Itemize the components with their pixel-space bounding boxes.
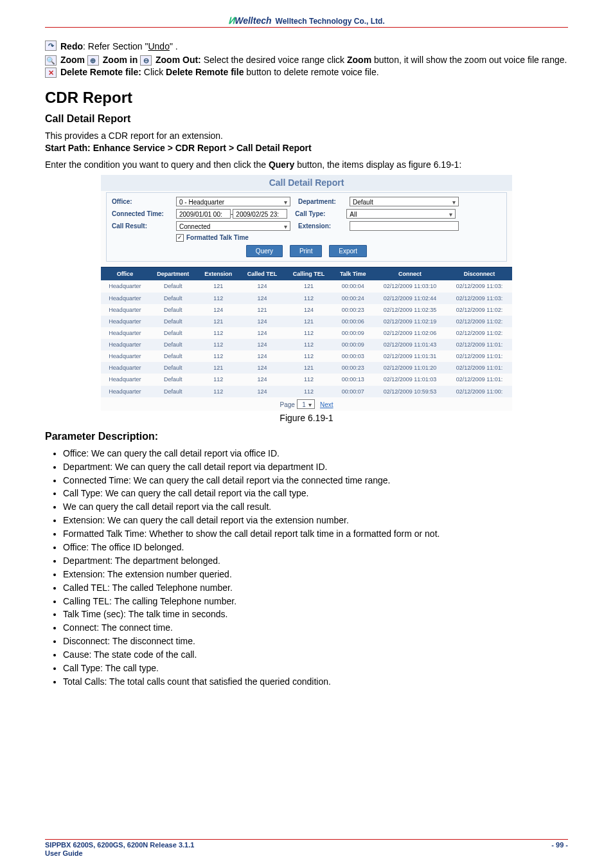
table-cell: 00:00:09 [333,327,374,339]
list-item: Call Type: The call type. [63,662,568,674]
table-cell: 02/12/2009 11:01: [447,374,512,385]
zoom-desc2: button, it will show the zoom out voice … [371,55,567,65]
connected-time-from[interactable]: 2009/01/01 00: [176,209,231,219]
figure-caption: Figure 6.19-1 [45,412,568,424]
table-cell: 02/12/2009 11:03: [447,280,512,292]
zoom-label: Zoom [60,55,85,65]
table-cell: 121 [285,362,332,374]
call-type-select[interactable]: All [346,209,456,219]
call-type-label: Call Type: [295,210,346,219]
filter-panel: Office: 0 - Headquarter Department: Defa… [106,192,507,262]
table-cell: 121 [285,316,332,327]
table-row: HeadquarterDefault11212411200:00:2402/12… [101,293,512,304]
call-detail-heading: Call Detail Report [45,112,568,126]
table-cell: Headquarter [101,339,149,350]
zoom-button-ref: Zoom [347,55,371,65]
table-row: HeadquarterDefault11212411200:00:0902/12… [101,339,512,350]
table-cell: Default [149,280,197,292]
table-cell: Default [149,304,197,316]
cdr-table: OfficeDepartmentExtensionCalled TELCalli… [101,267,512,397]
office-select[interactable]: 0 - Headquarter [176,197,290,206]
list-item: Disconnect: The disconnect time. [63,635,568,647]
formatted-checkbox-label: Formatted Talk Time [186,233,249,242]
parameter-list: Office: We can query the call detail rep… [45,448,568,688]
table-cell: 121 [285,280,332,292]
table-row: HeadquarterDefault11212411200:00:0702/12… [101,386,512,397]
table-row: HeadquarterDefault11212411200:00:0302/12… [101,350,512,362]
table-cell: 02/12/2009 11:00: [447,386,512,397]
table-cell: 02/12/2009 11:02:44 [373,293,447,304]
table-cell: 00:00:09 [333,339,374,350]
zoom-in-icon: ⊕ [87,55,99,66]
table-cell: 124 [240,280,285,292]
footer-release: SIPPBX 6200S, 6200GS, 6200N Release 3.1.… [45,841,194,849]
list-item: Talk Time (sec): The talk time in second… [63,608,568,620]
table-cell: 112 [197,386,240,397]
cdr-report-heading: CDR Report [45,87,568,108]
table-cell: 00:00:23 [333,362,374,374]
table-cell: Headquarter [101,327,149,339]
table-cell: Default [149,362,197,374]
table-cell: 00:00:03 [333,350,374,362]
table-cell: 00:00:06 [333,316,374,327]
zoom-icon: 🔍 [45,55,57,66]
extension-label: Extension: [298,222,350,231]
zoom-out-label: Zoom Out: [155,55,201,65]
table-cell: 124 [240,339,285,350]
list-item: Total Calls: The total calls count that … [63,676,568,688]
print-button[interactable]: Print [290,245,323,258]
table-header: Office [101,267,149,281]
table-cell: 121 [197,362,240,374]
table-cell: Headquarter [101,316,149,327]
table-header: Disconnect [447,267,512,281]
call-result-select[interactable]: Connected [176,221,290,231]
delete-label: Delete Remote file: [60,67,141,77]
start-path: Start Path: Enhance Service > CDR Report… [45,142,568,154]
table-cell: Headquarter [101,350,149,362]
company-name: Welltech Technology Co., Ltd. [276,17,385,26]
table-cell: 112 [197,293,240,304]
table-cell: 124 [240,293,285,304]
redo-icon: ↷ [45,41,57,51]
intro-line-1: This provides a CDR report for an extens… [45,130,568,142]
table-cell: 121 [197,280,240,292]
dept-select[interactable]: Default [350,197,459,206]
pager-next-link[interactable]: Next [320,401,333,408]
list-item: Extension: The extension number queried. [63,568,568,581]
table-cell: 02/12/2009 11:02: [447,316,512,327]
cdr-title: Call Detail Report [101,175,512,191]
table-cell: 112 [285,339,332,350]
table-row: HeadquarterDefault12412112400:00:2302/12… [101,304,512,316]
list-item: Called TEL: The called Telephone number. [63,582,568,594]
export-button[interactable]: Export [329,245,367,258]
list-item: Connected Time: We can query the call de… [63,475,568,487]
page-number: - 99 - [551,841,568,858]
list-item: Office: The office ID belonged. [63,541,568,554]
zoom-out-icon: ⊖ [140,55,152,66]
formatted-checkbox[interactable]: ✓ [176,234,184,242]
table-cell: 02/12/2009 11:01: [447,350,512,362]
table-row: HeadquarterDefault12112412100:00:0602/12… [101,316,512,327]
cdr-screenshot: Call Detail Report Office: 0 - Headquart… [101,175,512,411]
table-cell: 02/12/2009 11:01:31 [373,350,447,362]
list-item: Department: We can query the call detail… [63,461,568,473]
table-cell: 124 [240,327,285,339]
table-cell: 124 [285,304,332,316]
query-button[interactable]: Query [246,245,283,258]
table-cell: 112 [197,350,240,362]
pager-select[interactable]: 1 [297,399,315,409]
connected-time-to[interactable]: 2009/02/25 23: [233,209,287,219]
table-cell: 02/12/2009 11:01: [447,362,512,374]
table-cell: 02/12/2009 10:59:53 [373,386,447,397]
extension-input[interactable] [350,221,459,231]
table-header: Extension [197,267,240,281]
table-cell: 02/12/2009 11:01:03 [373,374,447,385]
table-cell: 124 [240,350,285,362]
table-cell: 02/12/2009 11:02:06 [373,327,447,339]
page-header: ⵍWelltech Welltech Technology Co., Ltd. [45,15,568,28]
delete-mid: Click [141,67,166,77]
table-header: Talk Time [333,267,374,281]
list-item: Extension: We can query the call detail … [63,514,568,527]
table-row: HeadquarterDefault11212411200:00:1302/12… [101,374,512,385]
table-cell: 112 [285,350,332,362]
